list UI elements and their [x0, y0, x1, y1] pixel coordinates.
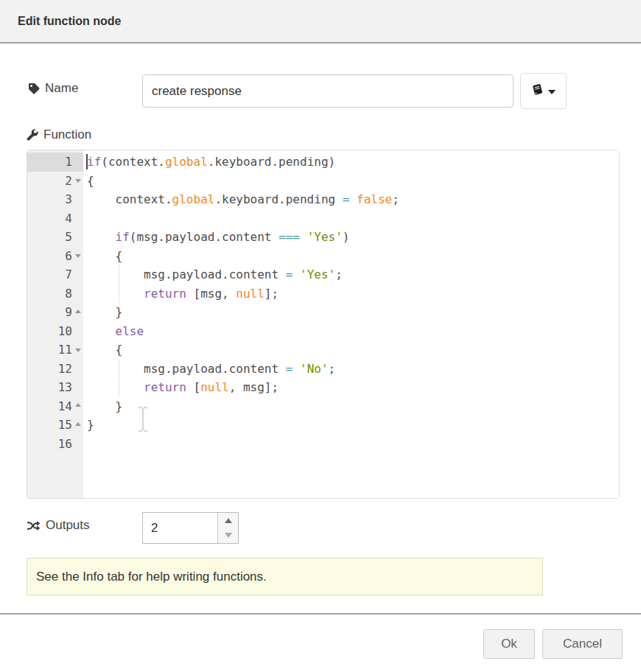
arrow-up-icon [225, 518, 232, 523]
function-label-text: Function [43, 127, 91, 142]
dialog-title: Edit function node [18, 0, 121, 42]
fold-arrow-up-icon[interactable] [75, 309, 81, 313]
gutter-line-number[interactable]: 16 [27, 435, 83, 454]
cancel-button[interactable]: Cancel [542, 629, 623, 659]
code-line: if(context.global.keyboard.pending) [87, 153, 619, 172]
gutter-line-number[interactable]: 2 [27, 172, 83, 191]
gutter-line-number[interactable]: 11 [27, 340, 83, 360]
code-line [87, 209, 619, 228]
arrow-down-icon [225, 533, 232, 538]
outputs-spinner-field [142, 512, 239, 544]
mouse-ibeam-cursor [136, 406, 150, 435]
outputs-input[interactable] [143, 513, 217, 543]
shuffle-icon [27, 520, 41, 531]
fold-arrow-down-icon[interactable] [75, 179, 81, 183]
gutter-line-number[interactable]: 3 [27, 190, 83, 209]
code-line [87, 435, 619, 454]
name-input[interactable] [142, 74, 514, 108]
gutter-line-number[interactable]: 10 [27, 322, 83, 341]
gutter-line-number[interactable]: 8 [27, 284, 83, 304]
gutter-line-number[interactable]: 14 [27, 397, 83, 416]
gutter-line-number[interactable]: 15 [27, 416, 83, 435]
caret-down-icon [548, 90, 556, 94]
indent-guide [119, 360, 119, 379]
spinner-down-button[interactable] [218, 528, 238, 544]
wrench-icon [27, 129, 38, 141]
code-line: { [87, 172, 619, 191]
editor-gutter[interactable]: 12345678910111213141516 [27, 150, 83, 498]
editor-code-area[interactable]: if(context.global.keyboard.pending){ con… [83, 150, 619, 498]
fold-arrow-up-icon[interactable] [75, 403, 81, 407]
code-line: } [87, 397, 619, 416]
function-label: Function [27, 127, 91, 142]
fold-arrow-up-icon[interactable] [75, 422, 81, 426]
code-line: return [null, msg]; [87, 378, 619, 397]
code-line: else [87, 322, 619, 341]
form-tip-text: See the Info tab for help writing functi… [36, 559, 267, 595]
code-line: } [87, 303, 619, 322]
spinner-controls [217, 513, 238, 543]
code-line: } [87, 416, 619, 435]
footer-divider [0, 613, 641, 615]
gutter-line-number[interactable]: 9 [27, 303, 83, 322]
name-label-text: Name [45, 81, 78, 96]
name-label: Name [28, 81, 78, 96]
code-line: if(msg.payload.content === 'Yes') [87, 228, 619, 247]
gutter-line-number[interactable]: 7 [27, 265, 83, 284]
indent-guide [119, 265, 119, 284]
tag-icon [28, 83, 40, 94]
gutter-line-number[interactable]: 1 [27, 153, 83, 172]
gutter-line-number[interactable]: 13 [27, 378, 83, 397]
outputs-label-text: Outputs [46, 518, 90, 533]
code-line: context.global.keyboard.pending = false; [87, 190, 619, 209]
ok-button[interactable]: Ok [483, 629, 535, 659]
fold-arrow-down-icon[interactable] [75, 349, 81, 352]
indent-guide [119, 378, 119, 397]
code-line: msg.payload.content = 'Yes'; [87, 265, 619, 284]
gutter-line-number[interactable]: 4 [27, 209, 83, 228]
indent-guide [119, 284, 119, 304]
code-line: return [msg, null]; [87, 284, 619, 304]
outputs-label: Outputs [27, 518, 90, 533]
text-caret [86, 154, 88, 169]
gutter-line-number[interactable]: 6 [27, 247, 83, 266]
fold-arrow-down-icon[interactable] [75, 254, 81, 258]
library-button[interactable] [520, 73, 567, 109]
gutter-line-number[interactable]: 5 [27, 228, 83, 247]
book-icon [531, 83, 544, 99]
code-line: msg.payload.content = 'No'; [87, 360, 619, 379]
edit-function-node-dialog: Edit function node Name [0, 0, 641, 672]
dialog-header: Edit function node [0, 0, 641, 43]
gutter-line-number[interactable]: 12 [27, 360, 83, 379]
code-line: { [87, 247, 619, 266]
code-editor[interactable]: 12345678910111213141516 if(context.globa… [27, 150, 620, 499]
form-tip-box: See the Info tab for help writing functi… [27, 558, 543, 595]
spinner-up-button[interactable] [218, 513, 238, 528]
code-line: { [87, 340, 619, 360]
